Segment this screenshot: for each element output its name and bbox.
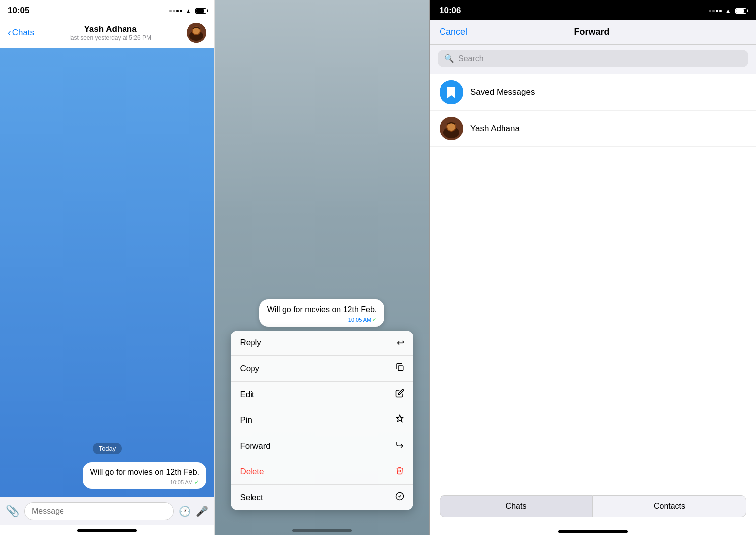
home-indicator-1 [0,525,214,535]
yash-avatar-svg [440,117,463,140]
search-input-wrap[interactable]: 🔍 Search [438,50,748,67]
preview-message-bubble: Will go for movies on 12th Feb. 10:05 AM… [259,299,385,327]
context-edit-icon [395,389,404,400]
forward-title: Forward [574,27,610,37]
svg-rect-4 [398,366,403,371]
chat-messages: Today Will go for movies on 12th Feb. 10… [0,48,214,497]
context-forward-label: Forward [240,441,270,451]
chat-screen: 10:05 ▲ ‹ Chats Yash Adhana last seen ye… [0,0,215,535]
contact-saved-messages[interactable]: Saved Messages [430,74,756,111]
context-reply-label: Reply [240,338,261,348]
message-time: 10:05 AM [170,479,193,485]
message-input[interactable] [24,502,174,520]
contacts-list: Saved Messages Yash Adhana [430,74,756,489]
preview-time: 10:05 AM [348,317,371,323]
status-bar-3: 10:06 ▲ [430,0,756,20]
check-mark-icon: ✓ [194,479,199,486]
battery-icon-1 [194,8,206,14]
status-icons-3: ▲ [709,7,746,15]
yash-name: Yash Adhana [470,124,520,134]
forward-search-bar: 🔍 Search [430,45,756,74]
forward-bottom-tabs: Chats Contacts [430,489,756,527]
signal-icon-3 [709,10,722,12]
context-menu-pin[interactable]: Pin [231,407,413,433]
status-time-1: 10:05 [8,6,29,16]
home-indicator-3 [430,527,756,535]
attach-icon[interactable]: 📎 [6,505,19,518]
context-copy-label: Copy [240,364,259,374]
saved-messages-avatar [440,80,463,104]
mic-icon[interactable]: 🎤 [196,505,208,517]
chat-header: ‹ Chats Yash Adhana last seen yesterday … [0,19,214,48]
panel2-content: Will go for movies on 12th Feb. 10:05 AM… [215,0,429,525]
message-meta: 10:05 AM ✓ [90,479,199,486]
message-text: Will go for movies on 12th Feb. [90,467,199,478]
yash-avatar [440,117,463,140]
context-menu-select[interactable]: Select [231,485,413,510]
preview-check-icon: ✓ [372,316,377,323]
avatar-image [187,23,206,43]
context-edit-label: Edit [240,390,254,400]
avatar-svg [187,23,206,43]
wifi-icon-3: ▲ [725,7,731,15]
back-arrow-icon: ‹ [8,27,11,38]
status-bar-1: 10:05 ▲ [0,0,214,19]
context-reply-icon: ↩ [397,337,404,348]
search-icon: 🔍 [444,54,454,63]
chats-tab[interactable]: Chats [440,495,593,517]
saved-messages-icon [440,80,463,104]
context-menu-edit[interactable]: Edit [231,382,413,407]
chat-input-bar: 📎 🕐 🎤 [0,497,214,525]
status-time-3: 10:06 [440,6,461,16]
context-delete-icon [395,466,404,477]
date-badge: Today [93,443,122,454]
home-bar-2 [292,529,352,532]
context-pin-label: Pin [240,415,252,425]
preview-text: Will go for movies on 12th Feb. [267,305,377,314]
battery-icon-3 [734,8,746,14]
home-bar-3 [558,530,628,533]
input-right-icons: 🕐 🎤 [179,505,208,517]
back-label: Chats [12,28,34,38]
context-forward-icon [395,440,404,452]
sticker-icon[interactable]: 🕐 [179,505,191,517]
context-menu: Reply ↩ Copy Edit [231,331,413,510]
search-placeholder-text: Search [458,54,484,63]
context-menu-copy[interactable]: Copy [231,356,413,382]
home-bar-1 [77,529,137,532]
wifi-icon-1: ▲ [185,7,191,15]
contacts-tab[interactable]: Contacts [593,495,746,517]
status-icons-1: ▲ [169,7,206,15]
message-bubble[interactable]: Will go for movies on 12th Feb. 10:05 AM… [83,462,206,489]
contact-status: last seen yesterday at 5:26 PM [34,34,187,41]
context-select-label: Select [240,493,263,503]
forward-header: Cancel Forward [430,20,756,45]
contact-avatar[interactable] [187,23,206,43]
forward-screen: 10:06 ▲ Cancel Forward 🔍 Search [430,0,756,535]
back-button[interactable]: ‹ Chats [8,27,34,38]
cancel-button[interactable]: Cancel [440,27,467,37]
context-delete-label: Delete [240,467,264,477]
contact-yash-adhana[interactable]: Yash Adhana [430,111,756,147]
contact-name: Yash Adhana [34,24,187,34]
context-select-icon [395,492,404,503]
preview-meta: 10:05 AM ✓ [267,316,377,323]
chat-header-center: Yash Adhana last seen yesterday at 5:26 … [34,24,187,41]
saved-messages-name: Saved Messages [470,87,535,97]
context-menu-screen: Will go for movies on 12th Feb. 10:05 AM… [215,0,430,535]
context-menu-reply[interactable]: Reply ↩ [231,331,413,356]
context-menu-delete[interactable]: Delete [231,459,413,485]
signal-icon-1 [169,10,182,12]
context-menu-forward[interactable]: Forward [231,433,413,459]
home-indicator-2 [215,525,429,535]
context-pin-icon [395,414,404,426]
context-copy-icon [395,363,404,374]
